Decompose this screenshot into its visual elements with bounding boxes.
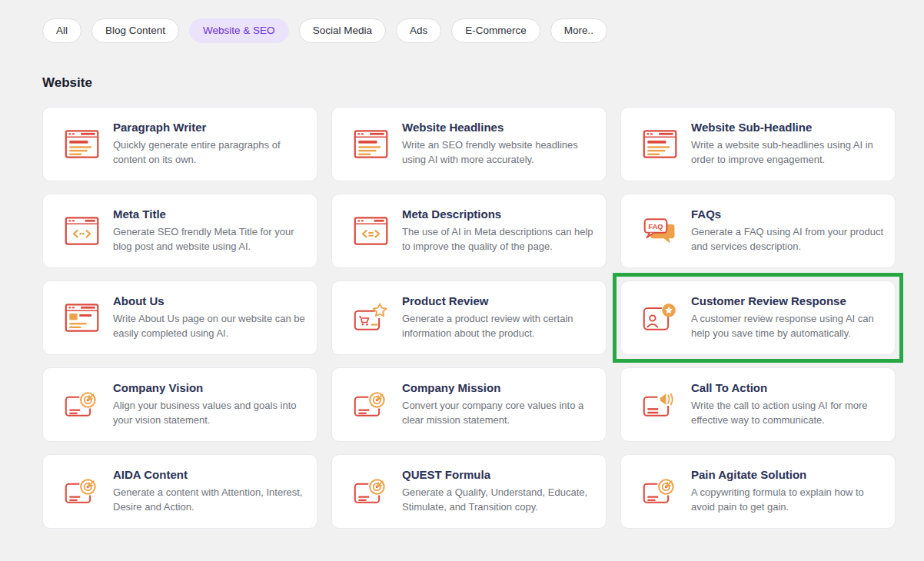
card-title: Company Mission	[402, 381, 596, 395]
card-title: Paragraph Writer	[113, 121, 307, 134]
tool-card-product-review[interactable]: Product ReviewGenerate a product review …	[331, 280, 607, 355]
card-title: AIDA Content	[113, 468, 307, 482]
target-card-icon	[64, 475, 101, 509]
card-description: Generate a Qualify, Understand, Educate,…	[402, 486, 596, 515]
card-description: Quickly generate entire paragraphs of co…	[113, 138, 307, 168]
card-title: Company Vision	[113, 381, 307, 395]
card-text: Website Sub-HeadlineWrite a website sub-…	[691, 121, 885, 168]
card-text: About UsWrite About Us page on our websi…	[113, 294, 307, 341]
card-description: Generate a content with Attention, Inter…	[113, 486, 307, 515]
card-description: The use of AI in Meta descriptions can h…	[402, 225, 596, 254]
card-text: Call To ActionWrite the call to action u…	[691, 381, 885, 428]
tool-card-website-headlines[interactable]: Website HeadlinesWrite an SEO frendly we…	[331, 107, 607, 181]
card-text: Pain Agitate SolutionA copywriting formu…	[691, 468, 885, 515]
target-card-icon	[353, 388, 390, 422]
filter-pill-website-seo[interactable]: Website & SEO	[189, 18, 289, 43]
product-review-icon	[353, 301, 390, 335]
card-description: Generate a product review with certain i…	[402, 312, 596, 341]
tool-card-meta-title[interactable]: Meta TitleGenerate SEO frendly Meta Titl…	[42, 194, 317, 268]
svg-text:FAQ: FAQ	[649, 223, 663, 231]
card-title: Meta Descriptions	[402, 207, 596, 221]
card-title: Product Review	[402, 294, 596, 308]
card-title: Meta Title	[113, 207, 307, 221]
tool-card-faqs[interactable]: FAQ FAQsGenerate a FAQ using AI from you…	[620, 194, 896, 268]
card-title: FAQs	[691, 207, 885, 221]
filter-pill-social-media[interactable]: Social Media	[299, 18, 386, 43]
target-card-icon	[642, 475, 679, 509]
filter-pill-ads[interactable]: Ads	[396, 18, 441, 43]
card-description: Write an SEO frendly website headlines u…	[402, 138, 596, 168]
tool-card-paragraph-writer[interactable]: Paragraph WriterQuickly generate entire …	[42, 107, 317, 181]
webpage-text-icon	[353, 128, 390, 161]
card-description: Convert your company core values into a …	[402, 399, 596, 428]
card-text: Product ReviewGenerate a product review …	[402, 294, 596, 341]
webpage-code-dots-icon	[64, 214, 101, 248]
card-title: About Us	[113, 294, 307, 308]
card-title: Call To Action	[691, 381, 885, 395]
tool-card-company-mission[interactable]: Company MissionConvert your company core…	[331, 367, 607, 442]
card-description: Write a website sub-headlines using AI i…	[691, 138, 885, 168]
card-title: QUEST Formula	[402, 468, 596, 482]
filter-pill-e-commerce[interactable]: E-Commerce	[451, 18, 540, 43]
customer-review-icon	[642, 301, 679, 335]
card-description: Write the call to action using AI for mo…	[691, 399, 885, 428]
tool-card-customer-review-response[interactable]: Customer Review ResponseA customer revie…	[620, 280, 896, 355]
webpage-text-icon	[642, 128, 679, 161]
cards-grid: Paragraph WriterQuickly generate entire …	[42, 107, 896, 529]
card-title: Pain Agitate Solution	[691, 468, 885, 482]
card-text: Paragraph WriterQuickly generate entire …	[113, 121, 307, 168]
tool-card-call-to-action[interactable]: Call To ActionWrite the call to action u…	[620, 367, 896, 442]
tool-card-aida-content[interactable]: AIDA ContentGenerate a content with Atte…	[42, 454, 317, 529]
card-description: Write About Us page on our website can b…	[113, 312, 307, 341]
card-description: A customer review response using AI can …	[691, 312, 885, 341]
tool-card-company-vision[interactable]: Company VisionAlign your business values…	[42, 367, 317, 442]
card-text: Meta TitleGenerate SEO frendly Meta Titl…	[113, 207, 307, 254]
tool-card-pain-agitate-solution[interactable]: Pain Agitate SolutionA copywriting formu…	[620, 454, 896, 529]
section-title: Website	[42, 75, 896, 91]
card-description: A copywriting formula to explain how to …	[691, 486, 885, 515]
card-text: QUEST FormulaGenerate a Qualify, Underst…	[402, 468, 596, 515]
tool-card-quest-formula[interactable]: QUEST FormulaGenerate a Qualify, Underst…	[331, 454, 607, 529]
faq-bubble-icon: FAQ	[642, 214, 679, 248]
card-title: Customer Review Response	[691, 294, 885, 308]
card-description: Generate SEO frendly Meta Title for your…	[113, 225, 307, 254]
card-text: FAQsGenerate a FAQ using AI from your pr…	[691, 207, 885, 254]
card-title: Website Headlines	[402, 121, 596, 134]
filter-pill-all[interactable]: All	[42, 18, 81, 43]
card-description: Align your business values and goals int…	[113, 399, 307, 428]
webpage-about-icon	[64, 301, 101, 335]
target-card-icon	[64, 388, 101, 422]
card-text: Company VisionAlign your business values…	[113, 381, 307, 428]
card-text: AIDA ContentGenerate a content with Atte…	[113, 468, 307, 515]
ai-tools-page: AllBlog ContentWebsite & SEOSocial Media…	[0, 0, 924, 529]
webpage-text-icon	[64, 128, 101, 161]
card-text: Customer Review ResponseA customer revie…	[691, 294, 885, 341]
card-text: Meta DescriptionsThe use of AI in Meta d…	[402, 207, 596, 254]
card-text: Company MissionConvert your company core…	[402, 381, 596, 428]
tool-card-website-sub-headline[interactable]: Website Sub-HeadlineWrite a website sub-…	[620, 107, 896, 181]
tool-card-about-us[interactable]: About UsWrite About Us page on our websi…	[42, 280, 317, 355]
target-card-icon	[353, 475, 390, 509]
filter-pill-blog-content[interactable]: Blog Content	[91, 18, 179, 43]
filter-bar: AllBlog ContentWebsite & SEOSocial Media…	[42, 18, 896, 43]
card-description: Generate a FAQ using AI from your produc…	[691, 225, 885, 254]
card-title: Website Sub-Headline	[691, 121, 885, 134]
cta-card-icon	[642, 388, 679, 422]
card-text: Website HeadlinesWrite an SEO frendly we…	[402, 121, 596, 168]
webpage-code-arrow-icon	[353, 214, 390, 248]
tool-card-meta-descriptions[interactable]: Meta DescriptionsThe use of AI in Meta d…	[331, 194, 607, 268]
filter-pill-more[interactable]: More..	[550, 18, 607, 43]
